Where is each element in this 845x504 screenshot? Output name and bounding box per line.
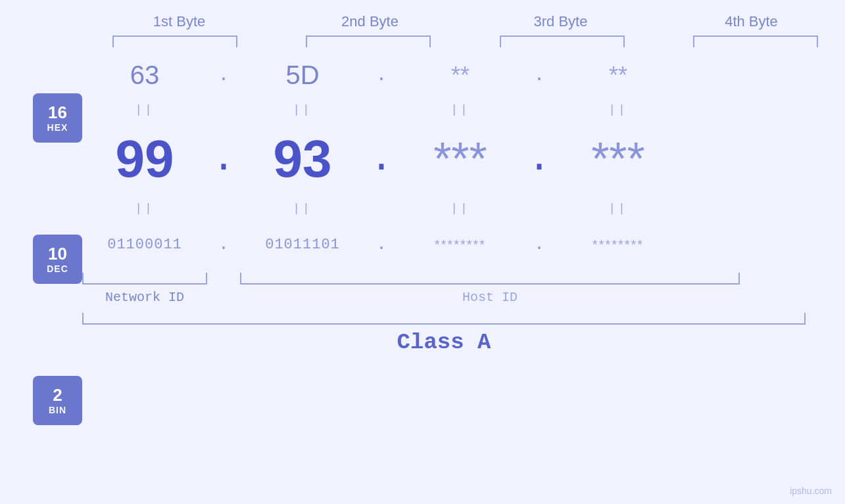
eq2-b2: || xyxy=(240,202,365,215)
byte4-header: 4th Byte xyxy=(679,13,824,30)
eq1-b1: || xyxy=(82,103,207,116)
class-section: Class A xyxy=(82,313,806,355)
bracket-top-3 xyxy=(500,35,625,47)
dot-bin-2: . xyxy=(365,235,398,254)
bottom-brackets-section: Network ID Host ID xyxy=(82,273,832,305)
eq-row-1: || || || || xyxy=(82,97,806,123)
bin-number: 2 xyxy=(53,386,62,405)
watermark: ipshu.com xyxy=(790,486,832,496)
bin-b3: ******** xyxy=(398,237,523,252)
values-section: 63 . 5D . ** . ** || || xyxy=(82,47,845,504)
eq-row-2: || || || || xyxy=(82,195,806,221)
dot-bin-3: . xyxy=(523,235,556,254)
bin-row: 01100011 . 01011101 . ******** . *******… xyxy=(82,221,806,267)
network-id-label: Network ID xyxy=(82,290,207,305)
eq2-b4: || xyxy=(556,202,681,215)
byte1-header: 1st Byte xyxy=(107,13,252,30)
eq1-b3: || xyxy=(398,103,523,116)
eq1-b2: || xyxy=(240,103,365,116)
dot-dec-3: . xyxy=(523,139,556,179)
hex-b2: 5D xyxy=(240,60,365,90)
eq2-b3: || xyxy=(398,202,523,215)
eq1-b4: || xyxy=(556,103,681,116)
dot-hex-3: . xyxy=(523,65,556,85)
dec-b1: 99 xyxy=(82,129,207,189)
bracket-top-1 xyxy=(112,35,237,47)
dec-b2: 93 xyxy=(240,129,365,189)
hex-row: 63 . 5D . ** . ** xyxy=(82,54,806,97)
host-id-label: Host ID xyxy=(240,290,740,305)
dot-bin-1: . xyxy=(207,235,240,254)
dot-dec-2: . xyxy=(365,139,398,179)
hex-badge: 16 HEX xyxy=(33,93,82,143)
dot-hex-2: . xyxy=(365,65,398,85)
dot-dec-1: . xyxy=(207,139,240,179)
byte2-header: 2nd Byte xyxy=(298,13,443,30)
bin-label: BIN xyxy=(49,405,66,415)
eq2-b1: || xyxy=(82,202,207,215)
dec-b4: *** xyxy=(556,133,681,185)
bin-b4: ******** xyxy=(556,237,681,252)
byte3-header: 3rd Byte xyxy=(489,13,633,30)
id-labels-row: Network ID Host ID xyxy=(82,290,806,305)
byte-headers: 1st Byte 2nd Byte 3rd Byte 4th Byte xyxy=(104,13,827,30)
bracket-top-4 xyxy=(693,35,818,47)
dec-label: DEC xyxy=(47,263,68,274)
class-bracket xyxy=(82,313,806,325)
dot-hex-1: . xyxy=(207,65,240,85)
base-labels-column: 16 HEX 10 DEC 2 BIN xyxy=(0,47,82,504)
bracket-network xyxy=(82,273,207,285)
hex-b4: ** xyxy=(556,62,681,89)
main-container: 1st Byte 2nd Byte 3rd Byte 4th Byte 16 H… xyxy=(0,0,845,504)
dec-number: 10 xyxy=(48,244,67,263)
bracket-host xyxy=(240,273,740,285)
bracket-top-2 xyxy=(306,35,431,47)
bin-b1: 01100011 xyxy=(82,237,207,253)
hex-number: 16 xyxy=(48,103,67,122)
dec-b3: *** xyxy=(398,133,523,185)
class-label: Class A xyxy=(82,330,806,355)
dec-row: 99 . 93 . *** . *** xyxy=(82,123,806,195)
top-brackets xyxy=(104,35,827,47)
dec-badge: 10 DEC xyxy=(33,235,82,284)
bin-b2: 01011101 xyxy=(240,237,365,253)
bin-badge: 2 BIN xyxy=(33,376,82,425)
hex-label: HEX xyxy=(47,122,68,133)
hex-b1: 63 xyxy=(82,60,207,90)
bottom-bracket-row xyxy=(82,273,806,285)
hex-b3: ** xyxy=(398,62,523,89)
